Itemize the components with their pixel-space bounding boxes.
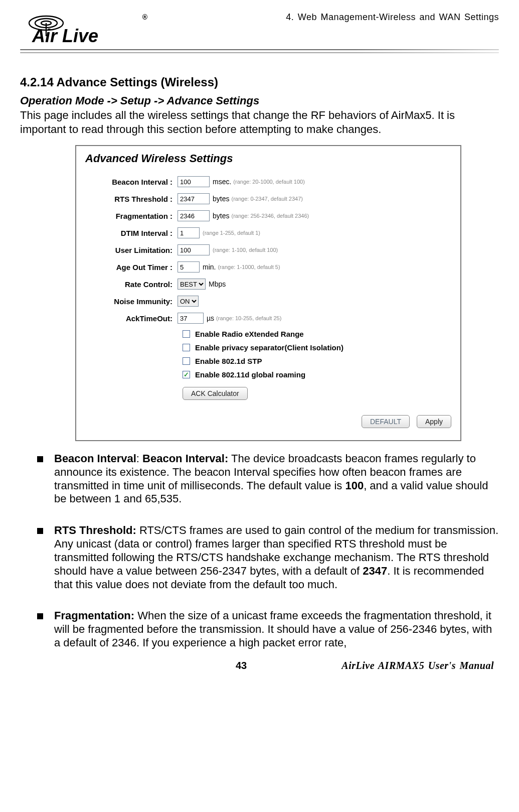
row-age-out-timer: Age Out Timer : min. (range: 1-1000, def…: [82, 261, 454, 273]
hint-dtim-interval: (range 1-255, default 1): [203, 230, 260, 236]
manual-title: AirLive AIRMAX5 User's Manual: [341, 660, 494, 671]
list-item-rts-threshold: RTS Threshold: RTS/CTS frames are used t…: [34, 524, 499, 591]
apply-button[interactable]: Apply: [417, 415, 451, 428]
ack-calc-row: ACK Calculator: [183, 387, 454, 400]
header-separator: [20, 49, 499, 55]
hint-beacon-interval: (range: 20-1000, default 100): [233, 179, 305, 185]
row-beacon-interval: Beacon Interval : msec. (range: 20-1000,…: [82, 176, 454, 187]
explanatory-bullet-list: Beacon Interval: Beacon Interval: The de…: [34, 452, 499, 650]
check-row-privacy-sep: Enable privacy separator(Client Isolatio…: [183, 343, 454, 352]
bullet-bold-value: 100: [345, 479, 364, 492]
breadcrumb: Operation Mode -> Setup -> Advance Setti…: [20, 94, 499, 107]
input-dtim-interval[interactable]: [178, 227, 200, 238]
hint-user-limitation: (range: 1-100, default 100): [213, 247, 278, 253]
label-age-out-timer: Age Out Timer :: [82, 263, 178, 272]
page-footer: 43 AirLive AIRMAX5 User's Manual: [20, 660, 499, 671]
hint-ack-timeout: (range: 10-255, default 25): [216, 315, 281, 321]
row-fragmentation: Fragmentation : bytes (range: 256-2346, …: [82, 210, 454, 221]
chapter-title: 4. Web Management-Wireless and WAN Setti…: [286, 10, 499, 23]
bullet-bold-value: 2347: [363, 565, 387, 577]
default-button[interactable]: DEFAULT: [362, 415, 410, 428]
check-row-roaming: ✓ Enable 802.11d global roaming: [183, 370, 454, 379]
section-heading: 4.2.14 Advance Settings (Wireless): [20, 75, 499, 89]
label-user-limitation: User Limitation:: [82, 246, 178, 254]
unit-beacon-interval: msec.: [213, 178, 231, 186]
input-fragmentation[interactable]: [178, 210, 210, 221]
bullet-label: Beacon Interval: [54, 452, 136, 465]
bullet-text: :: [136, 452, 142, 465]
input-beacon-interval[interactable]: [178, 176, 210, 187]
page-number: 43: [236, 660, 247, 671]
bullet-label: RTS Threshold:: [54, 524, 136, 536]
input-rts-threshold[interactable]: [178, 193, 210, 204]
list-item-fragmentation: Fragmentation: When the size of a unicas…: [34, 609, 499, 649]
unit-age-out-timer: min.: [203, 263, 216, 271]
row-noise-immunity: Noise Immunity: ON: [82, 296, 454, 307]
label-dtim-interval: DTIM Interval :: [82, 229, 178, 237]
list-item-beacon-interval: Beacon Interval: Beacon Interval: The de…: [34, 452, 499, 506]
input-ack-timeout[interactable]: [178, 313, 204, 324]
hint-age-out-timer: (range: 1-1000, default 5): [218, 264, 280, 270]
row-dtim-interval: DTIM Interval : (range 1-255, default 1): [82, 227, 454, 238]
unit-fragmentation: bytes: [213, 212, 229, 220]
row-rate-control: Rate Control: BEST Mbps: [82, 279, 454, 290]
panel-title: Advanced Wireless Settings: [85, 152, 454, 165]
select-rate-control[interactable]: BEST: [178, 279, 206, 290]
label-ack-timeout: AckTimeOut:: [82, 314, 178, 323]
advanced-wireless-settings-panel: Advanced Wireless Settings Beacon Interv…: [75, 145, 461, 441]
unit-rts-threshold: bytes: [213, 195, 229, 203]
hint-fragmentation: (range: 256-2346, default 2346): [231, 213, 309, 219]
label-rate-control: Rate Control:: [82, 280, 178, 289]
checkbox-roaming[interactable]: ✓: [183, 371, 190, 378]
unit-rate-control: Mbps: [209, 280, 226, 288]
check-label-stp: Enable 802.1d STP: [195, 357, 262, 365]
select-noise-immunity[interactable]: ON: [178, 296, 199, 307]
check-row-stp: Enable 802.1d STP: [183, 357, 454, 365]
row-user-limitation: User Limitation: (range: 1-100, default …: [82, 244, 454, 255]
row-rts-threshold: RTS Threshold : bytes (range: 0-2347, de…: [82, 193, 454, 204]
check-label-privacy-sep: Enable privacy separator(Client Isolatio…: [195, 343, 343, 352]
check-label-roaming: Enable 802.11d global roaming: [195, 370, 305, 379]
logo-registered-mark: ®: [142, 13, 147, 21]
section-intro: This page includes all the wireless sett…: [20, 108, 499, 136]
unit-ack-timeout: µs: [207, 314, 214, 322]
check-label-ext-range: Enable Radio eXtended Range: [195, 330, 304, 338]
input-user-limitation[interactable]: [178, 244, 210, 255]
checkbox-privacy-sep[interactable]: [183, 344, 190, 351]
input-age-out-timer[interactable]: [178, 261, 200, 273]
checkbox-ext-range[interactable]: [183, 330, 190, 338]
document-page: { "header": { "chapter_title": "4. Web M…: [0, 0, 519, 676]
bullet-label: Fragmentation:: [54, 609, 134, 622]
bullet-label-2: Beacon Interval:: [142, 452, 228, 465]
ack-calculator-button[interactable]: ACK Calculator: [183, 387, 248, 400]
hint-rts-threshold: (range: 0-2347, default 2347): [231, 196, 303, 202]
row-ack-timeout: AckTimeOut: µs (range: 10-255, default 2…: [82, 313, 454, 324]
label-noise-immunity: Noise Immunity:: [82, 297, 178, 306]
label-fragmentation: Fragmentation :: [82, 212, 178, 220]
svg-text:Air Live: Air Live: [32, 26, 98, 45]
checkbox-stp[interactable]: [183, 357, 190, 365]
check-row-ext-range: Enable Radio eXtended Range: [183, 330, 454, 338]
label-rts-threshold: RTS Threshold :: [82, 195, 178, 203]
label-beacon-interval: Beacon Interval :: [82, 178, 178, 186]
page-header: Air Live ® 4. Web Management-Wireless an…: [20, 10, 499, 45]
panel-footer: DEFAULT Apply: [82, 415, 454, 428]
airlive-logo: Air Live ®: [20, 10, 150, 45]
